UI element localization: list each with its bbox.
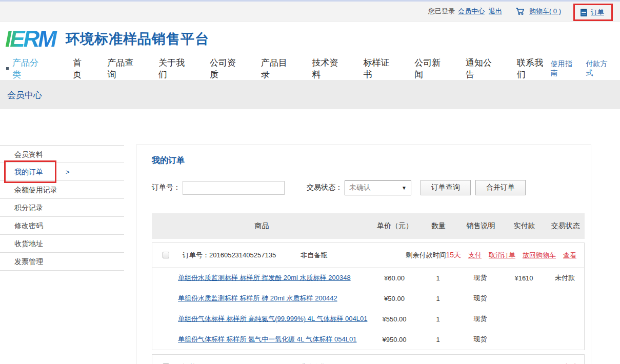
product-link[interactable]: 单组份气体标样 标样所 高纯氮气(99.999%) 4L 气体标样 004L01 <box>178 315 367 322</box>
nav-item-technical-docs[interactable]: 技术资料 <box>312 57 346 80</box>
product-link[interactable]: 单组份水质监测标样 标样所 挥发酚 20ml 水质标样 200348 <box>178 274 351 281</box>
bottle-type: 非自备瓶 <box>301 251 327 260</box>
remaining-days: 15天 <box>446 251 461 259</box>
item-sales-note: 现货 <box>458 273 502 282</box>
item-qty: 1 <box>417 295 458 302</box>
nav-item-product-catalog[interactable]: 产品目录 <box>261 57 295 80</box>
order-number: 订单号：201605231405257135 <box>183 251 276 260</box>
order-no-label: 订单号： <box>152 183 181 192</box>
utility-bar: 您已登录 会员中心 退出 购物车( 0 ) 订单 <box>0 2 620 22</box>
cart-icon <box>515 7 525 15</box>
view-order-link[interactable]: 查看 <box>563 362 576 364</box>
item-qty: 1 <box>417 315 458 323</box>
order-block: 订单号：201605231405257135 非自备瓶 剩余付款时间15天 支付… <box>152 242 585 350</box>
nav-item-sample-certificates[interactable]: 标样证书 <box>363 57 397 80</box>
trade-status-label: 交易状态： <box>307 183 343 192</box>
orders-highlight-box: 订单 <box>573 4 613 21</box>
order-block: 订单号：201605171217098691 非自备瓶 查看 <box>152 354 585 364</box>
remaining-payment-time: 剩余付款时间15天 <box>406 251 461 260</box>
order-number: 订单号：201605171217098691 <box>183 362 276 364</box>
item-status: 未付款 <box>546 273 584 282</box>
nav-item-home[interactable]: 首页 <box>73 57 90 80</box>
user-guide-link[interactable]: 使用指南 <box>551 59 579 78</box>
order-checkbox[interactable] <box>163 252 169 258</box>
col-unit-price: 单价（元） <box>372 221 418 231</box>
col-product: 商品 <box>152 221 372 231</box>
order-header-row: 订单号：201605231405257135 非自备瓶 剩余付款时间15天 支付… <box>152 243 584 268</box>
order-no-input[interactable] <box>183 181 285 195</box>
bullet-icon <box>6 67 9 70</box>
order-search-button[interactable]: 订单查询 <box>421 180 471 195</box>
bottle-type: 非自备瓶 <box>301 362 327 364</box>
order-item-row: 单组份气体标样 标样所 高纯氮气(99.999%) 4L 气体标样 004L01… <box>152 309 584 329</box>
site-logo[interactable]: IERM <box>5 28 58 50</box>
item-qty: 1 <box>417 274 458 282</box>
order-item-row: 单组份水质监测标样 标样所 砷 20ml 水质标样 200442 ¥50.00 … <box>152 288 584 309</box>
main-nav: 产品分类 首页 产品查询 关于我们 公司资质 产品目录 技术资料 标样证书 公司… <box>0 56 620 80</box>
pay-link[interactable]: 支付 <box>468 251 482 260</box>
breadcrumb-band: 会员中心 <box>0 80 620 109</box>
nav-item-product-search[interactable]: 产品查询 <box>107 57 141 80</box>
nav-product-categories[interactable]: 产品分类 <box>6 57 46 80</box>
nav-item-company-qualification[interactable]: 公司资质 <box>210 57 244 80</box>
order-header-row: 订单号：201605171217098691 非自备瓶 查看 <box>152 355 584 364</box>
breadcrumb: 会员中心 <box>7 89 42 101</box>
col-quantity: 数量 <box>418 221 459 231</box>
sidebar-item-member-profile[interactable]: 会员资料 <box>0 145 124 163</box>
return-to-cart-link[interactable]: 放回购物车 <box>523 251 556 260</box>
cancel-order-link[interactable]: 取消订单 <box>489 251 515 260</box>
sidebar-item-invoice-management[interactable]: 发票管理 <box>0 253 124 271</box>
item-sales-note: 现货 <box>458 294 502 303</box>
order-table-header: 商品 单价（元） 数量 销售说明 实付款 交易状态 <box>152 213 585 239</box>
site-title: 环境标准样品销售平台 <box>66 30 209 48</box>
chevron-right-icon: > <box>66 163 70 181</box>
item-paid: ¥1610 <box>502 274 546 282</box>
member-sidebar: 会员资料 我的订单 > 余额使用记录 积分记录 修改密码 收货地址 发票管理 <box>0 145 124 271</box>
trade-status-select[interactable]: 未确认 ▼ <box>345 180 411 195</box>
item-sales-note: 现货 <box>458 335 502 344</box>
nav-item-contact-us[interactable]: 联系我们 <box>517 57 551 80</box>
sidebar-item-my-orders[interactable]: 我的订单 > <box>0 163 124 181</box>
item-price: ¥60.00 <box>371 274 417 282</box>
logout-link[interactable]: 退出 <box>489 7 502 16</box>
item-price: ¥950.00 <box>371 336 417 343</box>
cart-link[interactable]: 购物车( 0 ) <box>529 7 561 16</box>
sidebar-item-points-history[interactable]: 积分记录 <box>0 199 124 217</box>
col-trade-status: 交易状态 <box>546 221 585 231</box>
nav-item-announcements[interactable]: 通知公告 <box>466 57 499 80</box>
sidebar-item-change-password[interactable]: 修改密码 <box>0 217 124 235</box>
product-link[interactable]: 单组份气体标样 标样所 氮气中一氧化碳 4L 气体标样 054L01 <box>178 335 356 343</box>
product-link[interactable]: 单组份水质监测标样 标样所 砷 20ml 水质标样 200442 <box>178 294 337 302</box>
col-paid-amount: 实付款 <box>503 221 546 231</box>
view-order-link[interactable]: 查看 <box>563 251 576 260</box>
my-orders-panel: 我的订单 订单号： 交易状态： 未确认 ▼ 订单查询 合并订单 商品 单价（元）… <box>136 145 591 364</box>
order-item-row: 单组份气体标样 标样所 氮气中一氧化碳 4L 气体标样 054L01 ¥950.… <box>152 329 584 350</box>
chevron-down-icon: ▼ <box>402 185 407 191</box>
sidebar-item-balance-history[interactable]: 余额使用记录 <box>0 181 124 199</box>
sidebar-item-shipping-address[interactable]: 收货地址 <box>0 235 124 253</box>
order-filter-bar: 订单号： 交易状态： 未确认 ▼ 订单查询 合并订单 <box>152 180 585 195</box>
nav-item-company-news[interactable]: 公司新闻 <box>414 57 448 80</box>
orders-icon <box>581 9 587 16</box>
merge-orders-button[interactable]: 合并订单 <box>475 180 526 195</box>
page-title: 我的订单 <box>152 155 585 166</box>
order-item-row: 单组份水质监测标样 标样所 挥发酚 20ml 水质标样 200348 ¥60.0… <box>152 268 584 288</box>
col-sales-note: 销售说明 <box>459 221 503 231</box>
page-content: 会员资料 我的订单 > 余额使用记录 积分记录 修改密码 收货地址 发票管理 我… <box>0 109 620 364</box>
item-price: ¥50.00 <box>371 295 417 302</box>
site-header: IERM 环境标准样品销售平台 <box>0 22 620 56</box>
item-price: ¥550.00 <box>371 315 417 323</box>
payment-methods-link[interactable]: 付款方式 <box>586 59 614 78</box>
member-center-link[interactable]: 会员中心 <box>458 7 485 16</box>
login-status-text: 您已登录 <box>428 7 455 16</box>
nav-item-about-us[interactable]: 关于我们 <box>158 57 192 80</box>
item-sales-note: 现货 <box>458 314 502 323</box>
orders-link[interactable]: 订单 <box>591 8 604 17</box>
item-qty: 1 <box>417 336 458 343</box>
